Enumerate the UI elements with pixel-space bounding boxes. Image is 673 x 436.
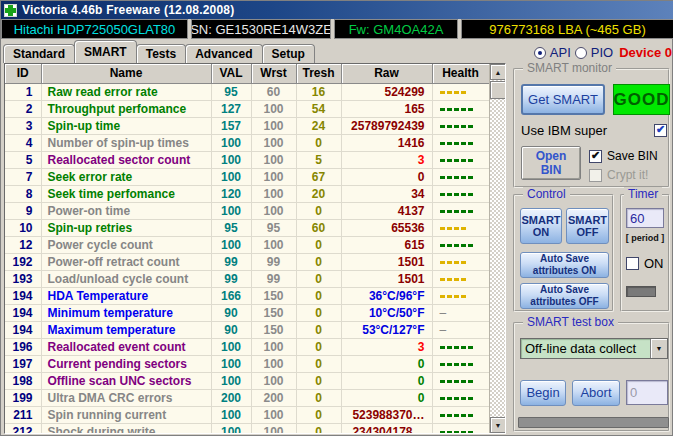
api-radio[interactable] [534, 47, 546, 59]
cell-val: 95 [211, 219, 251, 236]
cell-val: 100 [211, 236, 251, 253]
autosave-off-button[interactable]: Auto Save attributes OFF [520, 283, 609, 309]
cell-name: Spin running current [41, 406, 211, 423]
table-row[interactable]: 199Ultra DMA CRC errors20020000 [5, 389, 489, 406]
autosave-off-label-1: Auto Save [540, 284, 589, 296]
table-row[interactable]: 197Current pending sectors10010000 [5, 355, 489, 372]
cell-val: 100 [211, 372, 251, 389]
tab-smart[interactable]: SMART [74, 40, 137, 63]
tab-tests[interactable]: Tests [136, 44, 186, 63]
crypt-row: Crypt it! [589, 168, 648, 182]
column-header-tresh: Tresh [296, 64, 341, 83]
pio-radio[interactable] [575, 47, 587, 59]
crypt-checkbox[interactable] [589, 169, 602, 182]
cell-health [432, 236, 489, 253]
cell-val: 90 [211, 304, 251, 321]
cell-id: 193 [5, 270, 41, 287]
smart-off-button[interactable]: SMART OFF [566, 208, 609, 244]
cell-tresh: 60 [296, 219, 341, 236]
table-row[interactable]: 198Offline scan UNC sectors10010000 [5, 372, 489, 389]
cell-val: 100 [211, 355, 251, 372]
cell-name: Raw read error rate [41, 83, 211, 100]
cell-id: 197 [5, 355, 41, 372]
cell-raw: 0 [341, 389, 432, 406]
cell-tresh: 0 [296, 202, 341, 219]
timer-on-checkbox[interactable] [626, 257, 639, 270]
cell-raw: 65536 [341, 219, 432, 236]
scrollbar-thumb[interactable] [490, 81, 506, 99]
use-ibm-checkbox[interactable] [654, 124, 667, 137]
table-row[interactable]: 8Seek time perfomance1201002034 [5, 185, 489, 202]
cell-tresh: 54 [296, 100, 341, 117]
open-bin-button[interactable]: Open BIN [521, 146, 581, 180]
cell-tresh: 0 [296, 236, 341, 253]
scroll-up-icon[interactable]: ▲ [490, 64, 506, 80]
cell-id: 199 [5, 389, 41, 406]
save-bin-checkbox[interactable] [589, 150, 602, 163]
table-row[interactable]: 196Reallocated event count10010003 [5, 338, 489, 355]
column-header-name: Name [41, 64, 211, 83]
open-bin-label-1: Open [536, 149, 567, 163]
test-selected-option: Off-line data collect [521, 341, 650, 356]
timer-group: Timer 60 [ period ] ON [620, 194, 670, 312]
table-row[interactable]: 4Number of spin-up times10010001416 [5, 134, 489, 151]
cell-name: Spin-up retries [41, 219, 211, 236]
drive-serial: SN: GE1530RE14W3ZE [191, 19, 331, 39]
cell-name: Shock during write [41, 423, 211, 434]
smart-on-button[interactable]: SMART ON [520, 208, 562, 244]
cell-val: 100 [211, 338, 251, 355]
table-row[interactable]: 193Load/unload cycle count999901501 [5, 270, 489, 287]
cell-raw: 10°C/50°F [341, 304, 432, 321]
table-row[interactable]: 192Power-off retract count999901501 [5, 253, 489, 270]
get-smart-button[interactable]: Get SMART [521, 84, 605, 115]
table-row[interactable]: 2Throughput perfomance12710054165 [5, 100, 489, 117]
timer-title: Timer [624, 187, 662, 201]
table-row[interactable]: 5Reallocated sector count10010053 [5, 151, 489, 168]
smart-on-label-1: SMART [521, 214, 560, 226]
cell-name: Power-off retract count [41, 253, 211, 270]
cell-id: 8 [5, 185, 41, 202]
cell-wrst: 100 [251, 338, 296, 355]
table-row[interactable]: 12Power cycle count1001000615 [5, 236, 489, 253]
cell-val: 100 [211, 151, 251, 168]
autosave-on-button[interactable]: Auto Save attributes ON [520, 252, 609, 278]
tab-setup[interactable]: Setup [262, 44, 315, 63]
test-select-dropdown[interactable]: Off-line data collect ▼ [520, 338, 668, 359]
table-row[interactable]: 194HDA Temperature166150036°C/96°F [5, 287, 489, 304]
cell-name: Offline scan UNC sectors [41, 372, 211, 389]
cell-name: Power cycle count [41, 236, 211, 253]
cell-raw: 53°C/127°F [341, 321, 432, 338]
tab-bar: StandardSMARTTestsAdvancedSetup [3, 40, 314, 63]
cell-name: Reallocated sector count [41, 151, 211, 168]
cell-health [432, 253, 489, 270]
timer-period-input[interactable]: 60 [626, 208, 664, 228]
table-row[interactable]: 3Spin-up time1571002425789792439 [5, 117, 489, 134]
cell-wrst: 100 [251, 406, 296, 423]
table-row[interactable]: 10Spin-up retries95956065536 [5, 219, 489, 236]
table-row[interactable]: 194Minimum temperature90150010°C/50°F– [5, 304, 489, 321]
scroll-down-icon[interactable]: ▼ [490, 417, 506, 433]
table-row[interactable]: 1Raw read error rate956016524299 [5, 83, 489, 100]
tab-standard[interactable]: Standard [3, 44, 75, 63]
begin-button[interactable]: Begin [520, 380, 566, 406]
cell-health [432, 219, 489, 236]
table-row[interactable]: 212Shock during write1001000234304178… [5, 423, 489, 434]
cell-wrst: 100 [251, 117, 296, 134]
table-row[interactable]: 7Seek error rate100100670 [5, 168, 489, 185]
table-row[interactable]: 211Spin running current1001000523988370… [5, 406, 489, 423]
cell-name: Current pending sectors [41, 355, 211, 372]
cell-tresh: 0 [296, 270, 341, 287]
tab-advanced[interactable]: Advanced [185, 44, 262, 63]
cell-tresh: 0 [296, 253, 341, 270]
cell-health [432, 151, 489, 168]
test-progress-bar [518, 417, 669, 428]
chevron-down-icon[interactable]: ▼ [650, 339, 667, 358]
table-row[interactable]: 9Power-on time10010004137 [5, 202, 489, 219]
cell-health [432, 202, 489, 219]
table-scrollbar[interactable]: ▲ ▼ [489, 64, 505, 433]
cell-raw: 36°C/96°F [341, 287, 432, 304]
abort-button[interactable]: Abort [572, 380, 620, 406]
table-row[interactable]: 194Maximum temperature90150053°C/127°F– [5, 321, 489, 338]
cell-name: HDA Temperature [41, 287, 211, 304]
cell-wrst: 150 [251, 304, 296, 321]
